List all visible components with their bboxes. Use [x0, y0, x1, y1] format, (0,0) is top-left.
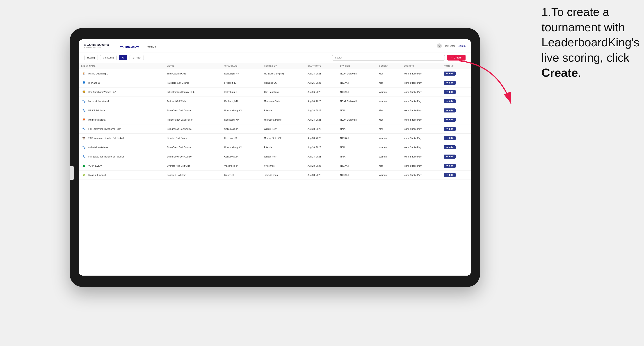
table-row: 🏌 MSMC Qualifying 1 The Powelton Club Ne…: [79, 69, 471, 78]
edit-button[interactable]: ✏ Edit: [444, 81, 456, 85]
table-row: 👤 Highland 36 Park Hills Golf Course Fre…: [79, 78, 471, 88]
col-actions: ACTIONS: [442, 63, 471, 69]
gear-icon[interactable]: ⚙: [437, 43, 442, 48]
cell-venue: StoneCrest Golf Course: [165, 143, 222, 152]
edit-button[interactable]: ✏ Edit: [444, 136, 456, 140]
table-row: 🦅 2023 Women's Hesston Fall Kickoff Hess…: [79, 134, 471, 143]
cell-division: NAIA: [338, 106, 376, 115]
cell-hosted-by: Pikeville: [262, 106, 305, 115]
cell-actions: ✏ Edit: [442, 134, 471, 143]
pencil-icon: ✏: [446, 91, 448, 93]
cell-event-name: 🦅 2023 Women's Hesston Fall Kickoff: [79, 134, 165, 143]
col-division: DIVISION: [338, 63, 376, 69]
table-row: 🌲 VU PREVIEW Cypress Hills Golf Club Vin…: [79, 161, 471, 171]
event-name-text: VU PREVIEW: [88, 165, 102, 167]
cell-city-state: Oskaloosa, IA: [222, 152, 262, 161]
edit-label: Edit: [449, 174, 453, 176]
edit-label: Edit: [449, 165, 453, 167]
table-row: 🦊 Morris Invitational Ruttger's Bay Lake…: [79, 115, 471, 124]
cell-scoring: team, Stroke Play: [402, 88, 442, 97]
pencil-icon: ✏: [446, 119, 448, 121]
user-label: Test User: [444, 44, 455, 47]
cell-division: NJCAA I: [338, 171, 376, 180]
pencil-icon: ✏: [446, 156, 448, 158]
cell-hosted-by: John A Logan: [262, 171, 305, 180]
nav-tab-teams[interactable]: TEAMS: [143, 39, 160, 52]
pencil-icon: ✏: [446, 174, 448, 176]
all-filter-btn[interactable]: All: [119, 55, 127, 60]
cell-event-name: 🦁 Carl Sandburg Women FA23: [79, 88, 165, 97]
team-icon: 🐾: [81, 108, 86, 113]
create-button[interactable]: + Create: [447, 55, 466, 60]
cell-actions: ✏ Edit: [442, 69, 471, 78]
edit-button[interactable]: ✏ Edit: [444, 108, 456, 113]
cell-city-state: Prestonsburg, KY: [222, 106, 262, 115]
team-icon: 🦅: [81, 136, 86, 141]
cell-division: NAIA: [338, 124, 376, 134]
cell-event-name: 🌲 VU PREVIEW: [79, 161, 165, 171]
cell-division: NCAA Division II: [338, 97, 376, 106]
cell-start-date: Aug 26, 2023: [305, 88, 338, 97]
toolbar: Hosting Competing All ☰ Filter + Create: [79, 52, 471, 63]
tablet-screen: SCOREBOARD Powered by Clippit TOURNAMENT…: [79, 39, 471, 276]
cell-venue: Ruttger's Bay Lake Resort: [165, 115, 222, 124]
filter-button[interactable]: ☰ Filter: [130, 55, 144, 60]
cell-scoring: team, Stroke Play: [402, 78, 442, 88]
edit-button[interactable]: ✏ Edit: [444, 127, 456, 131]
cell-gender: Men: [377, 115, 402, 124]
edit-label: Edit: [449, 119, 453, 121]
edit-label: Edit: [449, 100, 453, 102]
cell-scoring: team, Stroke Play: [402, 171, 442, 180]
pencil-icon: ✏: [446, 72, 448, 75]
cell-hosted-by: Minnesota-Morris: [262, 115, 305, 124]
event-name-text: MSMC Qualifying 1: [88, 72, 108, 75]
cell-venue: Edmundson Golf Course: [165, 124, 222, 134]
cell-start-date: Aug 25, 2023: [305, 78, 338, 88]
cell-division: NAIA: [338, 143, 376, 152]
cell-actions: ✏ Edit: [442, 152, 471, 161]
table-row: 🐾 Fall Statesmen Invitational - Men Edmu…: [79, 124, 471, 134]
edit-button[interactable]: ✏ Edit: [444, 164, 456, 168]
edit-label: Edit: [449, 91, 453, 93]
edit-button[interactable]: ✏ Edit: [444, 155, 456, 159]
team-icon: 🐾: [81, 154, 86, 159]
cell-start-date: Aug 28, 2023: [305, 134, 338, 143]
table-row: 🐾 UPIKE Fall Invite StoneCrest Golf Cour…: [79, 106, 471, 115]
cell-venue: Kokopelli Golf Club: [165, 171, 222, 180]
hosting-filter-btn[interactable]: Hosting: [84, 55, 98, 60]
search-box: [332, 55, 445, 60]
team-icon: 🐾: [81, 126, 86, 132]
edit-button[interactable]: ✏ Edit: [444, 145, 456, 149]
cell-scoring: team, Stroke Play: [402, 143, 442, 152]
team-icon: 🌵: [81, 172, 86, 178]
create-label: Create: [454, 56, 462, 59]
edit-button[interactable]: ✏ Edit: [444, 173, 456, 177]
cell-scoring: team, Stroke Play: [402, 134, 442, 143]
nav-tab-tournaments[interactable]: TOURNAMENTS: [116, 39, 143, 52]
cell-event-name: 🌵 Klash at Kokopelli: [79, 171, 165, 180]
cell-city-state: Faribault, MN: [222, 97, 262, 106]
competing-filter-btn[interactable]: Competing: [100, 55, 117, 60]
cell-city-state: Freeport, IL: [222, 78, 262, 88]
cell-scoring: team, Stroke Play: [402, 115, 442, 124]
pencil-icon: ✏: [446, 82, 448, 84]
cell-hosted-by: William Penn: [262, 124, 305, 134]
edit-button[interactable]: ✏ Edit: [444, 90, 456, 94]
edit-label: Edit: [449, 109, 453, 112]
edit-button[interactable]: ✏ Edit: [444, 118, 456, 122]
col-venue: VENUE: [165, 63, 222, 69]
table-row: 🐾 Maverick Invitational Faribault Golf C…: [79, 97, 471, 106]
edit-button[interactable]: ✏ Edit: [444, 99, 456, 103]
cell-venue: Hesston Golf Course: [165, 134, 222, 143]
cell-actions: ✏ Edit: [442, 88, 471, 97]
search-input[interactable]: [332, 55, 445, 60]
edit-button[interactable]: ✏ Edit: [444, 72, 456, 76]
tournaments-table: EVENT NAME VENUE CITY, STATE HOSTED BY S…: [79, 63, 471, 180]
cell-city-state: Vincennes, IN: [222, 161, 262, 171]
event-name-text: upike fall invitational: [88, 146, 108, 149]
cell-city-state: Hesston, KS: [222, 134, 262, 143]
pencil-icon: ✏: [446, 128, 448, 130]
cell-division: NCAA Division III: [338, 69, 376, 78]
sign-in-link[interactable]: Sign In: [458, 44, 466, 47]
event-name-text: UPIKE Fall Invite: [88, 109, 106, 112]
